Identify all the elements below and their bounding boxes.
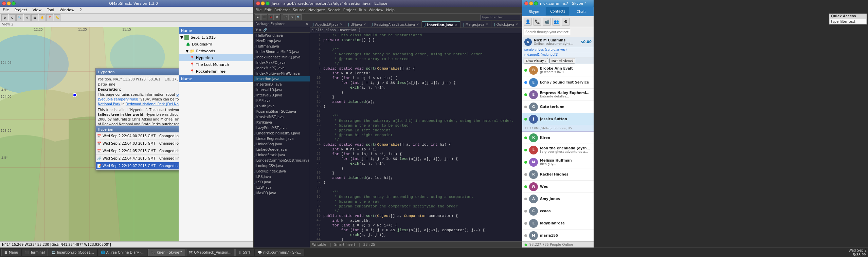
call-icon[interactable]: 📞	[533, 18, 541, 26]
taskbar-terminal-btn[interactable]: ⬛ Terminal	[22, 249, 48, 256]
file-LazyPrim[interactable]: JLazyPrimMST.java	[254, 125, 310, 130]
tab-close-resizing[interactable]: ✕	[416, 23, 419, 26]
file-InsertionX[interactable]: JInsertionX.java	[254, 81, 310, 87]
eclipse-tb-4[interactable]: ⚙	[274, 14, 280, 20]
toolbar-btn-8[interactable]: 📏	[54, 14, 60, 21]
layer-item-rockefeller[interactable]: 📍 Rockefeller Tree	[179, 68, 253, 75]
toolbar-btn-1[interactable]: ⊕	[1, 14, 8, 21]
eclipse-menu-search[interactable]: Search	[328, 8, 341, 12]
tab-close-quick[interactable]: ✕	[516, 23, 518, 26]
eclipse-menu-project[interactable]: Project	[343, 8, 356, 12]
contact-Brooke[interactable]: B Brooke Ann Evalt gr where's R&H	[522, 64, 594, 76]
file-LookupCSV[interactable]: JLookupCSV.java	[254, 163, 310, 168]
file-KWIK[interactable]: JKWIKjava	[254, 120, 310, 125]
toolbar-btn-5[interactable]: ⊞	[31, 14, 38, 21]
layer-item-redwoods[interactable]: ▼ 📁 Redwoods	[179, 48, 253, 54]
skype-max-btn[interactable]	[534, 1, 538, 5]
menu-view[interactable]: View	[31, 7, 43, 13]
skype-tab-chats[interactable]: Chats	[570, 7, 594, 16]
contact-maria[interactable]: M maria155	[522, 230, 594, 241]
eclipse-close-btn[interactable]	[256, 1, 260, 5]
add-contact-icon[interactable]: 👤	[524, 18, 532, 26]
eclipse-tb-6[interactable]: ↪	[289, 14, 295, 20]
eclipse-tb-3[interactable]: 🐞	[268, 14, 274, 20]
link-coast-redwood[interactable]: coast redwood (Sequoia sempervirens)	[98, 93, 179, 101]
pkg-link-icon[interactable]: 🔗	[263, 28, 267, 32]
menu-tool[interactable]: Tool	[46, 7, 55, 13]
layer-item-sept[interactable]: ▼ Sept. 1, 2015	[179, 34, 253, 41]
tab-UF[interactable]: J UFjava ✕	[345, 21, 369, 28]
toolbar-btn-4[interactable]: ↺	[24, 14, 31, 21]
maximize-button[interactable]	[12, 1, 16, 5]
group-icon[interactable]: 👥	[552, 18, 560, 26]
contact-Echo[interactable]: E Echo / Sound Test Service	[522, 76, 594, 89]
menu-window[interactable]: Window	[58, 7, 76, 13]
tab-Insertion[interactable]: J Insertion.java ✕	[422, 21, 460, 28]
eclipse-menu-edit[interactable]: Edit	[264, 8, 271, 12]
contact-ccoco[interactable]: C ccoco	[522, 205, 594, 217]
contact-Wes[interactable]: W Wes	[522, 181, 594, 193]
contact-Kiren[interactable]: K Kiren	[522, 132, 594, 144]
hyperion-marker[interactable]	[73, 93, 77, 97]
menu-help[interactable]: ?	[78, 7, 83, 13]
file-LinkedBag[interactable]: JLinkedBag.java	[254, 141, 310, 147]
skype-search-input[interactable]	[524, 29, 570, 35]
eclipse-menu-run[interactable]: Run	[359, 8, 366, 12]
file-MaxPQ[interactable]: JMaxPQ.java	[254, 190, 310, 196]
menu-project[interactable]: Project	[13, 7, 29, 13]
contact-lady[interactable]: L ladybIanrose	[522, 217, 594, 230]
contact-Gate[interactable]: G Gate terfune	[522, 101, 594, 113]
taskbar-weather-btn[interactable]: 🌡 59°F	[235, 249, 254, 256]
file-HelloWorld[interactable]: JHelloWorld.java	[254, 33, 310, 38]
tab-close-uf[interactable]: ✕	[363, 23, 366, 26]
eclipse-max-btn[interactable]	[266, 1, 270, 5]
taskbar-insertion-btn[interactable]: 💻 Insertion.rb (iCode1...	[49, 249, 97, 256]
taskbar-nick-btn[interactable]: 💬 nick.cummins7 - Sky...	[255, 249, 304, 256]
minimize-button[interactable]	[7, 1, 11, 5]
contact-Melissa[interactable]: M Melissa Huffman Bleh guy...	[522, 156, 594, 168]
close-button[interactable]	[2, 1, 6, 5]
skype-min-btn[interactable]	[529, 1, 533, 5]
tab-ResizingArray[interactable]: J ResizingArrayStack.java ✕	[369, 21, 422, 28]
tab-Quick[interactable]: J Quick.java ✕	[491, 21, 521, 28]
file-LinearProbing[interactable]: JLinearProbingHashST.java	[254, 130, 310, 136]
file-Huffman[interactable]: JHuffman.java	[254, 43, 310, 49]
taskbar-menu-btn[interactable]: ☰ Menu	[1, 249, 21, 256]
eclipse-tb-5[interactable]: ↩	[283, 14, 289, 20]
link-redwood-del-norte[interactable]: Redwood National Park (Del Norte County)	[126, 102, 179, 106]
qa-item-1[interactable]: type filter text	[830, 19, 866, 24]
settings-icon[interactable]: ⚙	[562, 18, 570, 26]
file-IndexBinom[interactable]: JIndexBinomialMinPQ.java	[254, 49, 310, 54]
eclipse-tb-2[interactable]: ⬛	[261, 14, 267, 20]
menu-file[interactable]: File	[1, 7, 10, 13]
taskbar-diary-btn[interactable]: 🌐 A Free Online Diary -...	[98, 249, 148, 256]
eclipse-menu-help[interactable]: Help	[386, 8, 395, 12]
eclipse-menu-window[interactable]: Window	[369, 8, 383, 12]
mdangel-contact[interactable]: mdangel1 (mdangel1)	[524, 53, 558, 56]
file-LZW[interactable]: JLZW.java	[254, 185, 310, 190]
file-LSD[interactable]: JLSD.java	[254, 179, 310, 185]
sergio-arives-contact[interactable]: sergio.arives (sergio.arives)	[524, 48, 567, 51]
contact-Jessica[interactable]: J Jessica Sutton	[522, 113, 594, 125]
eclipse-tb-7[interactable]: 🔍	[295, 14, 302, 20]
pkg-close-icon[interactable]: ✕	[306, 22, 308, 26]
code-editor[interactable]: public class Insertion { 1 // This class…	[310, 28, 522, 241]
file-LookupIndex[interactable]: JLookupIndex.java	[254, 168, 310, 174]
file-Kosaraju[interactable]: JKosarajuSharirSCC.java	[254, 109, 310, 114]
tab-AcyclicLP[interactable]: J AcyclicLP.java ✕	[310, 21, 345, 28]
layer-item-monarch[interactable]: 📍 The Lost Monarch	[179, 61, 253, 68]
tab-close-acyclic[interactable]: ✕	[340, 23, 343, 26]
qgis-map[interactable]: 12:25 11:25 11:15 124:05 124:00 123:55 4…	[0, 27, 179, 241]
toolbar-btn-2[interactable]: ⊖	[9, 14, 16, 21]
toolbar-btn-7[interactable]: 📍	[46, 14, 53, 21]
file-Knuth[interactable]: JKnuth.java	[254, 103, 310, 109]
file-LinkedQueue[interactable]: JLinkedQueue.java	[254, 147, 310, 152]
file-LinearRegression[interactable]: JLinearRegression.java	[254, 136, 310, 141]
file-LRS[interactable]: JLRS.java	[254, 174, 310, 179]
pkg-expand-icon[interactable]: ▶	[259, 28, 262, 32]
eclipse-menu-navigate[interactable]: Navigate	[308, 8, 325, 12]
pkg-collapse-icon[interactable]: ▼	[255, 28, 258, 32]
mark-all-viewed-btn[interactable]: Mark All Viewed	[549, 58, 575, 63]
file-LongestCommon[interactable]: JLongestCommonSubstring.java	[254, 158, 310, 163]
eclipse-menu-refactor[interactable]: Refactor	[274, 8, 290, 12]
